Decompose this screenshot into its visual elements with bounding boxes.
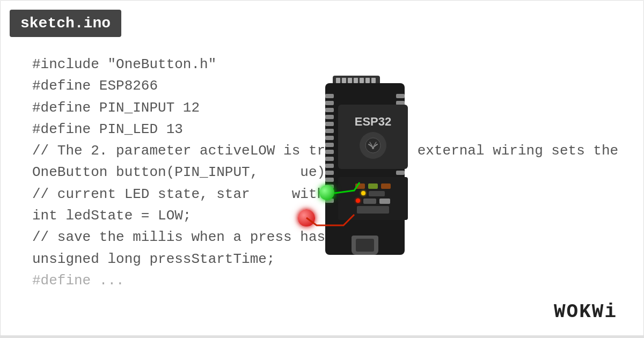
pin (325, 122, 334, 126)
pin (325, 129, 334, 133)
chip-area: ESP32 (338, 105, 408, 169)
red-led-board (356, 199, 360, 203)
comp-row-1 (355, 183, 391, 189)
pin (396, 94, 405, 98)
pin (325, 143, 334, 147)
code-line-11: #define ... (32, 270, 612, 291)
green-led-external (319, 185, 334, 200)
button-component[interactable] (363, 199, 376, 204)
ic-chip (369, 191, 385, 196)
button-component-2[interactable] (379, 199, 390, 204)
title-bar: sketch.ino (10, 10, 121, 37)
connector-pin (360, 78, 364, 83)
resistor (355, 183, 365, 189)
yellow-led-board (361, 191, 365, 195)
pin (325, 171, 334, 175)
red-led-external (298, 209, 315, 226)
pin (396, 171, 405, 175)
chip-label: ESP32 (355, 115, 392, 129)
pin (325, 101, 334, 105)
wokwi-logo-text: WOKWi (554, 301, 617, 323)
pin (325, 115, 334, 119)
chip-logo (360, 132, 386, 159)
connector-pin (342, 78, 346, 83)
connector-pin (336, 78, 340, 83)
svg-point-0 (365, 138, 380, 153)
pin (325, 136, 334, 140)
comp-row-4 (357, 206, 389, 214)
wokwi-logo: WOKWi (554, 301, 617, 323)
esp32-board: ESP32 (317, 83, 413, 255)
title-text: sketch.ino (20, 15, 111, 32)
connector-pin (365, 78, 370, 83)
usb-connector (352, 236, 378, 255)
pin (325, 178, 334, 182)
pin (325, 94, 334, 98)
code-line-1: #include "OneButton.h" (32, 54, 612, 75)
connector-pin (348, 78, 352, 83)
resistor (381, 183, 391, 189)
pin (325, 108, 334, 112)
ic-chip-2 (357, 206, 389, 214)
capacitor (368, 183, 378, 189)
comp-row-3 (356, 199, 390, 204)
board-components (338, 177, 408, 220)
connector-pin (371, 78, 376, 83)
pin (325, 150, 334, 154)
svg-point-1 (372, 147, 374, 149)
pin (325, 164, 334, 168)
bottom-line (0, 335, 644, 338)
connector-pin (354, 78, 358, 83)
board-body: ESP32 (325, 83, 405, 255)
pin (325, 157, 334, 161)
usb-inner (356, 239, 374, 252)
comp-row-2 (361, 191, 385, 196)
wifi-icon (363, 136, 383, 155)
